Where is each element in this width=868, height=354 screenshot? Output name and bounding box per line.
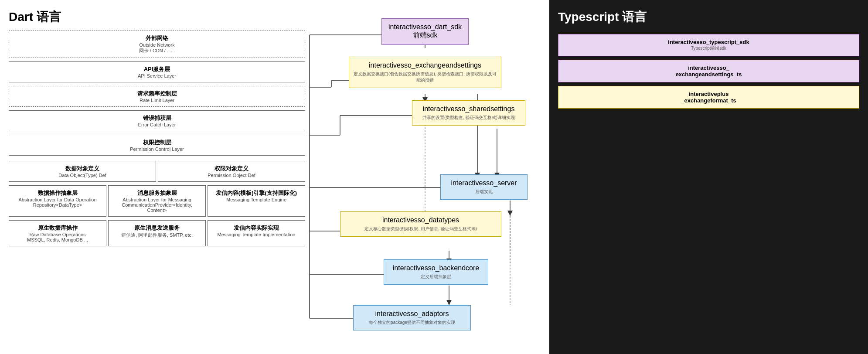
three-col-row: 数据操作抽象层 Abstraction Layer for Data Opera… (9, 185, 305, 217)
data-object-box: 数据对象定义 Data Object(Type) Def (9, 161, 156, 182)
raw-db-sub: Raw Database Operations (13, 232, 102, 237)
error-layer-title: 错误捕获层 (13, 114, 301, 122)
shared-settings-box: interactivesso_sharedsettings 共享的设置(类型检查… (412, 100, 525, 126)
data-object-title: 数据对象定义 (13, 165, 152, 173)
api-layer-sub: API Service Layer (13, 73, 301, 78)
server-box: interactivesso_server 后端实现 (440, 174, 528, 200)
svg-marker-35 (446, 300, 452, 305)
raw-messaging-box: 原生消息发送服务 短信通, 阿里邮件服务, SMTP, etc. (108, 220, 206, 246)
server-name: interactivesso_server (445, 179, 523, 187)
permission-layer-box: 权限控制层 Permission Control Layer (9, 135, 305, 156)
permission-object-box: 权限对象定义 Permission Object Def (158, 161, 305, 182)
permission-layer-sub: Permission Control Layer (13, 146, 301, 152)
exchange-settings-desc: 定义数据交换接口(包含数据交换所需信息), 类型检查接口, 所需权限以及可能的报… (354, 71, 497, 83)
shared-settings-name: interactivesso_sharedsettings (417, 105, 521, 113)
outside-network-box: 外部网络 Outside Network 网卡 / CDN / ...... (9, 31, 305, 58)
messaging-sub: Abstraction Layer for Messaging (112, 197, 202, 202)
dart-sdk-name: interactivesso_dart_sdk (386, 23, 464, 31)
diagram-area: interactivesso_dart_sdk 前端sdk interactiv… (296, 0, 846, 354)
data-ops-box: 数据操作抽象层 Abstraction Layer for Data Opera… (9, 185, 106, 217)
rate-layer-box: 请求频率控制层 Rate Limit Layer (9, 86, 305, 107)
rate-layer-title: 请求频率控制层 (13, 90, 301, 98)
bottom-three-col-row: 原生数据库操作 Raw Database Operations MSSQL, R… (9, 220, 305, 246)
template-impl-sub: Messaging Template Implementation (211, 232, 301, 237)
rate-layer-sub: Rate Limit Layer (13, 98, 301, 103)
template-impl-title: 发信内容实际实现 (211, 224, 301, 232)
layers-stack: 外部网络 Outside Network 网卡 / CDN / ...... A… (9, 31, 305, 246)
raw-messaging-title: 原生消息发送服务 (112, 224, 202, 232)
raw-db-sub2: MSSQL, Redis, MongoDB ... (13, 237, 102, 242)
adaptors-desc: 每个独立的package提供不同抽象对象的实现 (358, 320, 466, 326)
raw-messaging-sub: 短信通, 阿里邮件服务, SMTP, etc. (112, 232, 202, 238)
raw-db-box: 原生数据库操作 Raw Database Operations MSSQL, R… (9, 220, 106, 246)
template-engine-title: 发信内容(模板)引擎(支持国际化) (211, 189, 301, 197)
template-engine-sub: Messaging Template Engine (211, 197, 301, 202)
data-object-sub: Data Object(Type) Def (13, 173, 152, 178)
error-layer-sub: Error Catch Layer (13, 122, 301, 127)
shared-settings-desc: 共享的设置(类型检查, 验证码交互格式)详细实现 (417, 115, 521, 121)
outside-network-sub2: 网卡 / CDN / ...... (13, 48, 301, 54)
raw-db-title: 原生数据库操作 (13, 224, 102, 232)
permission-layer-title: 权限控制层 (13, 139, 301, 146)
adaptors-box: interactivesso_adaptors 每个独立的package提供不同… (353, 305, 471, 330)
server-desc: 后端实现 (445, 189, 523, 195)
perm-object-title: 权限对象定义 (162, 165, 301, 173)
datatypes-desc: 定义核心数据类型(例如权限, 用户信息, 验证码交互格式等) (345, 226, 497, 232)
outside-network-sub1: Outside Network (13, 42, 301, 48)
api-layer-box: API服务层 API Service Layer (9, 61, 305, 82)
messaging-sub2: CommunicationProvider<Identity, Content> (112, 202, 202, 213)
messaging-title: 消息服务抽象层 (112, 189, 202, 197)
datatypes-name: interactivesso_datatypes (345, 216, 497, 224)
dart-sdk-box: interactivesso_dart_sdk 前端sdk (381, 18, 469, 45)
backendcore-name: interactivesso_backendcore (388, 264, 483, 272)
adaptors-name: interactivesso_adaptors (358, 310, 466, 318)
data-ops-sub: Abstraction Layer for Data Operation (13, 197, 102, 202)
exchange-settings-box: interactivesso_exchangeandsettings 定义数据交… (349, 57, 501, 88)
two-col-row: 数据对象定义 Data Object(Type) Def 权限对象定义 Perm… (9, 161, 305, 182)
datatypes-box: interactivesso_datatypes 定义核心数据类型(例如权限, … (340, 211, 501, 237)
error-layer-box: 错误捕获层 Error Catch Layer (9, 110, 305, 131)
exchange-settings-name: interactivesso_exchangeandsettings (354, 61, 497, 69)
diagram-arrows (296, 0, 846, 354)
perm-object-sub: Permission Object Def (162, 173, 301, 178)
data-ops-title: 数据操作抽象层 (13, 189, 102, 197)
api-layer-title: API服务层 (13, 65, 301, 73)
dart-left-column: 外部网络 Outside Network 网卡 / CDN / ...... A… (9, 31, 305, 246)
dart-sdk-desc: 前端sdk (386, 31, 464, 40)
template-impl-box: 发信内容实际实现 Messaging Template Implementati… (208, 220, 305, 246)
messaging-box: 消息服务抽象层 Abstraction Layer for Messaging … (108, 185, 206, 217)
backendcore-desc: 定义后端抽象层 (388, 274, 483, 280)
dart-section: Dart 语言 外部网络 Outside Network 网卡 / CDN / … (0, 0, 549, 354)
backendcore-box: interactivesso_backendcore 定义后端抽象层 (384, 259, 488, 285)
outside-network-title: 外部网络 (13, 34, 301, 42)
data-ops-sub2: Repository<DataType> (13, 202, 102, 208)
template-engine-box: 发信内容(模板)引擎(支持国际化) Messaging Template Eng… (208, 185, 305, 217)
